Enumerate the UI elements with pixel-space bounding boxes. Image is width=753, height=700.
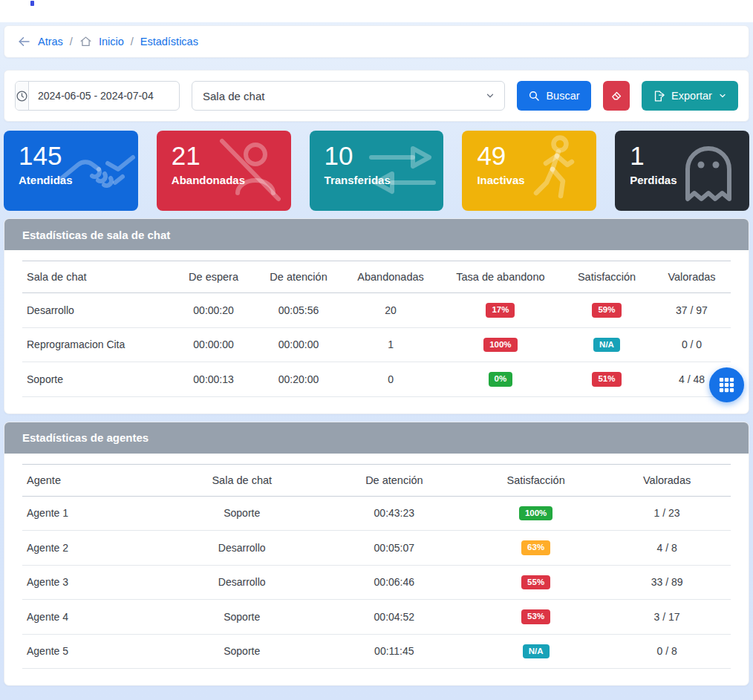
- table-cell: 17%: [440, 293, 561, 328]
- export-button[interactable]: Exportar: [642, 81, 738, 111]
- agent-stats-table: AgenteSala de chatDe atenciónSatisfacció…: [22, 464, 731, 670]
- column-header: Agente: [22, 464, 164, 496]
- column-header: De atención: [320, 464, 469, 496]
- page: Atras / Inicio / Estadísticas Sala de ch…: [0, 22, 753, 700]
- stat-card-perdidas: 1 Perdidas: [615, 131, 749, 211]
- breadcrumb-back-link[interactable]: Atras: [38, 36, 63, 48]
- clock-icon: [16, 82, 29, 110]
- table-cell: 00:00:00: [171, 327, 255, 362]
- column-header: Valoradas: [603, 464, 731, 496]
- column-header: Sala de chat: [164, 464, 320, 496]
- filter-bar: Sala de chat Buscar Exportar: [4, 70, 749, 122]
- table-cell: 00:00:13: [171, 362, 255, 397]
- table-cell: 0 / 8: [603, 634, 731, 669]
- warning-badge: 63%: [521, 540, 550, 555]
- breadcrumb-separator: /: [131, 36, 134, 48]
- table-cell: Soporte: [164, 634, 320, 669]
- table-cell: 51%: [561, 362, 653, 397]
- table-cell: N/A: [469, 634, 603, 669]
- column-header: Satisfacción: [561, 261, 653, 293]
- clear-filters-button[interactable]: [603, 81, 630, 111]
- column-header: Tasa de abandono: [440, 261, 561, 293]
- search-icon: [528, 90, 540, 102]
- table-cell: 00:20:00: [256, 362, 341, 397]
- room-stats-section: Estadísticas de sala de chat Sala de cha…: [4, 218, 749, 414]
- column-header: Valoradas: [653, 261, 731, 293]
- table-cell: 63%: [469, 531, 603, 566]
- grid-icon: [719, 377, 734, 393]
- grid-menu-button[interactable]: [709, 367, 744, 402]
- handshake-icon: [53, 134, 138, 208]
- info-badge: N/A: [523, 644, 550, 659]
- breadcrumb-current: Estadísticas: [140, 36, 198, 48]
- search-button-label: Buscar: [546, 90, 579, 102]
- column-header: De atención: [256, 261, 341, 293]
- table-cell: Desarrollo: [164, 531, 320, 566]
- danger-badge: 55%: [521, 575, 550, 590]
- table-cell: 00:04:52: [320, 600, 469, 635]
- table-row: Agente 5Soporte00:11:45N/A0 / 8: [22, 634, 731, 669]
- export-file-icon: [653, 90, 665, 102]
- stat-card-abandonadas: 21 Abandonadas: [157, 131, 291, 211]
- table-row: Agente 1Soporte00:43:23100%1 / 23: [22, 496, 731, 531]
- stat-cards-row: 145 Atendidas 21 Abandonadas 10 Transfer…: [4, 131, 749, 211]
- date-range-input[interactable]: [29, 82, 180, 110]
- table-cell: Desarrollo: [22, 293, 171, 328]
- table-cell: 1 / 23: [603, 496, 731, 531]
- table-cell: 00:05:07: [320, 531, 469, 566]
- room-select[interactable]: Sala de chat: [192, 81, 505, 111]
- chevron-down-icon: [485, 91, 495, 101]
- table-cell: 00:00:20: [171, 293, 255, 328]
- table-row: Desarrollo00:00:2000:05:562017%59%37 / 9…: [22, 293, 731, 328]
- table-cell: 1: [341, 327, 440, 362]
- danger-badge: 100%: [483, 338, 517, 353]
- column-header: De espera: [171, 261, 255, 293]
- table-row: Agente 4Soporte00:04:5253%3 / 17: [22, 600, 731, 635]
- table-cell: 3 / 17: [603, 600, 731, 635]
- walking-person-icon: [512, 134, 596, 208]
- topbar-fragment: [30, 1, 34, 6]
- transfer-arrows-icon: [359, 134, 443, 208]
- breadcrumb-separator: /: [70, 36, 73, 48]
- success-badge: 100%: [519, 506, 552, 521]
- table-cell: 33 / 89: [603, 565, 731, 600]
- date-range-group: [15, 81, 180, 111]
- home-icon[interactable]: [79, 36, 92, 48]
- table-cell: Soporte: [22, 362, 171, 397]
- breadcrumb: Atras / Inicio / Estadísticas: [4, 25, 749, 58]
- table-cell: Agente 1: [22, 496, 164, 531]
- table-cell: 100%: [440, 327, 561, 362]
- breadcrumb-home-link[interactable]: Inicio: [99, 36, 124, 48]
- table-cell: 00:43:23: [320, 496, 469, 531]
- room-stats-table: Sala de chatDe esperaDe atenciónAbandona…: [22, 261, 731, 397]
- table-cell: N/A: [561, 327, 653, 362]
- table-cell: 00:00:00: [256, 327, 341, 362]
- danger-badge: 59%: [592, 303, 621, 318]
- table-cell: Soporte: [164, 496, 320, 531]
- table-cell: Soporte: [164, 600, 320, 635]
- agent-stats-title: Estadísticas de agentes: [4, 422, 749, 454]
- stat-card-inactivas: 49 Inactivas: [462, 131, 596, 211]
- table-cell: Reprogramacion Cita: [22, 327, 171, 362]
- danger-badge: 51%: [592, 372, 621, 387]
- table-row: Agente 2Desarrollo00:05:0763%4 / 8: [22, 531, 731, 566]
- table-cell: Agente 2: [22, 531, 164, 566]
- ghost-icon: [665, 134, 749, 208]
- table-row: Agente 3Desarrollo00:06:4655%33 / 89: [22, 565, 731, 600]
- table-cell: Desarrollo: [164, 565, 320, 600]
- table-cell: 0: [341, 362, 440, 397]
- column-header: Satisfacción: [469, 464, 603, 496]
- table-cell: 55%: [469, 565, 603, 600]
- table-cell: 53%: [469, 600, 603, 635]
- back-arrow-icon[interactable]: [18, 35, 31, 48]
- table-row: Reprogramacion Cita00:00:0000:00:001100%…: [22, 327, 731, 362]
- column-header: Abandonadas: [341, 261, 440, 293]
- danger-badge: 53%: [521, 609, 550, 624]
- user-slash-icon: [206, 134, 291, 208]
- search-button[interactable]: Buscar: [517, 81, 591, 111]
- table-cell: 00:06:46: [320, 565, 469, 600]
- table-cell: 00:11:45: [320, 634, 469, 669]
- table-cell: Agente 5: [22, 634, 164, 669]
- room-stats-title: Estadísticas de sala de chat: [4, 219, 749, 250]
- table-cell: 00:05:56: [256, 293, 341, 328]
